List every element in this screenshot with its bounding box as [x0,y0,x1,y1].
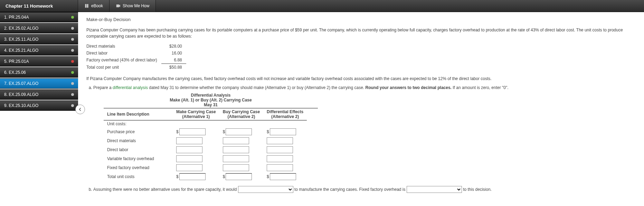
sidebar-item-label: 9. EX.25.10.ALGO [4,103,38,108]
sidebar-item-4[interactable]: 4. EX.25.21.ALGO [0,45,78,56]
cost-row-value: $28.00 [161,43,186,50]
cost-row-label: Factory overhead (43% of direct labor) [86,57,161,64]
row-label: Direct labor [104,145,173,154]
input-diff-purchase-price[interactable] [270,128,296,135]
sidebar-item-8[interactable]: 8. EX.25.09.ALGO [0,89,78,100]
cost-row-label: Total cost per unit [86,64,161,71]
select-decision[interactable] [238,186,293,193]
sidebar-item-label: 6. EX.25.06 [4,70,26,75]
show-me-how-label: Show Me How [123,3,149,8]
row-label: Purchase price [104,127,173,136]
status-dot-icon [71,27,74,30]
status-dot-icon [71,104,74,107]
unit-cost-table: Direct materials$28.00 Direct labor16.00… [86,43,186,71]
input-diff-ffoh[interactable] [267,164,293,171]
status-dot-icon [71,71,74,74]
sidebar-item-5[interactable]: 5. PR.25.01A [0,56,78,67]
ebook-icon [84,3,89,8]
input-make-total[interactable] [179,173,206,180]
cost-row-value: $50.88 [161,64,186,71]
sidebar-item-1[interactable]: 1. PR.25.04A [0,12,78,22]
sidebar-item-label: 7. EX.25.07.ALGO [4,81,38,86]
cost-row-value: 6.88 [161,57,186,64]
sidebar-item-7[interactable]: 7. EX.25.07.ALGO [0,78,78,89]
sidebar-item-label: 5. PR.25.01A [4,59,29,64]
col-header: Differential Effects(Alternative 2) [263,108,307,120]
ebook-button[interactable]: eBook [78,0,110,12]
input-diff-dl[interactable] [267,146,293,153]
input-make-ffoh[interactable] [176,164,202,171]
status-dot-icon [71,38,74,41]
differential-analysis-link[interactable]: differential analysis [113,85,148,90]
input-make-dm[interactable] [176,137,202,144]
diff-heading: Differential Analysis Make (Alt. 1) or B… [104,92,318,108]
input-buy-purchase-price[interactable] [226,128,252,135]
cost-row-label: Direct labor [86,50,161,57]
sidebar-item-9[interactable]: 9. EX.25.10.ALGO [0,100,78,111]
input-make-vfoh[interactable] [176,155,202,162]
show-me-how-button[interactable]: Show Me How [110,0,156,12]
row-label: Unit costs: [104,120,173,128]
problem-content: Make-or-Buy Decision Pizana Computer Com… [78,12,644,206]
col-header: Buy Carrying Case(Alternative 2) [219,108,263,120]
sidebar-item-6[interactable]: 6. EX.25.06 [0,67,78,78]
question-sidebar: 1. PR.25.04A2. EX.25.02.ALGO3. EX.25.11.… [0,12,78,111]
input-make-purchase-price[interactable] [179,128,206,135]
input-make-dl[interactable] [176,146,202,153]
input-diff-vfoh[interactable] [267,155,293,162]
sidebar-collapse-button[interactable] [75,105,85,114]
video-icon [116,3,121,8]
col-header: Line Item Description [104,108,173,120]
problem-title: Make-or-Buy Decision [86,17,637,22]
input-buy-dm[interactable] [223,137,249,144]
status-dot-icon [71,93,74,96]
sidebar-item-label: 4. EX.25.21.ALGO [4,48,38,53]
question-b: Assuming there were no better alternativ… [93,186,637,193]
input-buy-dl[interactable] [223,146,249,153]
input-diff-total[interactable] [270,173,296,180]
input-buy-vfoh[interactable] [223,155,249,162]
status-dot-icon [71,16,74,19]
problem-intro: Pizana Computer Company has been purchas… [86,27,637,39]
select-fixed-overhead[interactable] [407,186,462,193]
sidebar-item-3[interactable]: 3. EX.25.11.ALGO [0,34,78,45]
col-header: Make Carrying Case(Alternative 1) [173,108,219,120]
status-dot-icon [71,49,74,52]
row-label: Fixed factory overhead [104,163,173,172]
sidebar-item-label: 1. PR.25.04A [4,15,29,20]
cost-row-label: Direct materials [86,43,161,50]
differential-analysis-table: Line Item Description Make Carrying Case… [104,108,307,181]
cost-row-value: 16.00 [161,50,186,57]
status-dot-icon [71,60,74,63]
status-dot-icon [71,82,74,85]
input-diff-dm[interactable] [267,137,293,144]
input-buy-total[interactable] [226,173,252,180]
ebook-label: eBook [91,3,103,8]
row-label: Total unit costs [104,172,173,181]
page-title: Chapter 11 Homework [0,0,78,12]
row-label: Direct materials [104,136,173,145]
input-buy-ffoh[interactable] [223,164,249,171]
sidebar-item-label: 2. EX.25.02.ALGO [4,26,38,31]
problem-note: If Pizana Computer Company manufactures … [86,76,637,82]
row-label: Variable factory overhead [104,154,173,163]
sidebar-item-label: 3. EX.25.11.ALGO [4,37,38,42]
question-a: Prepare a differential analysis dated Ma… [93,85,637,181]
sidebar-item-label: 8. EX.25.09.ALGO [4,92,38,97]
sidebar-item-2[interactable]: 2. EX.25.02.ALGO [0,23,78,33]
